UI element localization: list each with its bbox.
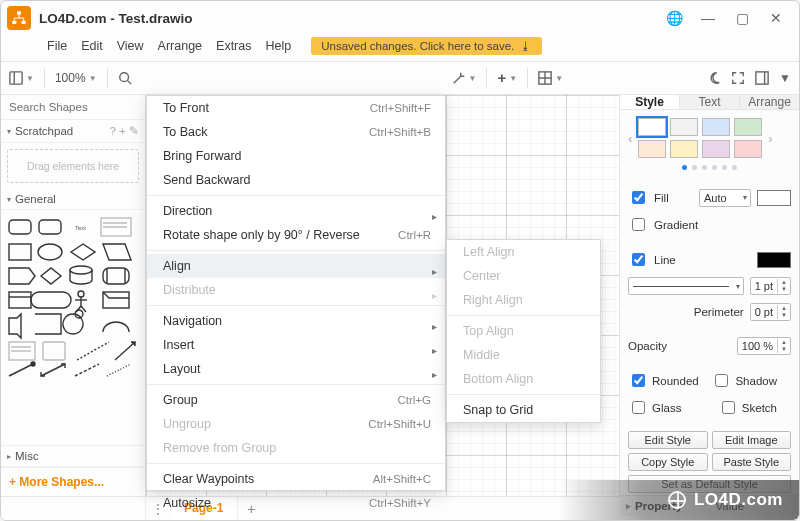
arrange-menu: To FrontCtrl+Shift+FTo BackCtrl+Shift+BB… xyxy=(146,95,446,491)
swatch[interactable] xyxy=(734,118,762,136)
swatch[interactable] xyxy=(670,140,698,158)
misc-header[interactable]: ▸Misc xyxy=(1,445,145,467)
shape-palette[interactable]: Text xyxy=(1,210,145,445)
perimeter-field[interactable]: 0 pt▲▼ xyxy=(750,303,791,321)
swatch[interactable] xyxy=(702,118,730,136)
line-width-field[interactable]: 1 pt▲▼ xyxy=(750,277,791,295)
menu-help[interactable]: Help xyxy=(266,39,292,53)
line-color-button[interactable] xyxy=(757,252,791,268)
tab-style[interactable]: Style xyxy=(620,95,680,109)
scratchpad-add-icon[interactable]: + xyxy=(119,125,126,137)
fill-mode-select[interactable]: Auto xyxy=(699,189,751,207)
fullscreen-icon[interactable] xyxy=(731,71,745,85)
rounded-checkbox[interactable] xyxy=(632,374,645,387)
format-tabs: Style Text Arrange xyxy=(620,95,799,110)
menu-item[interactable]: Clear WaypointsAlt+Shift+C xyxy=(147,467,445,491)
menu-item[interactable]: To FrontCtrl+Shift+F xyxy=(147,96,445,120)
menu-edit[interactable]: Edit xyxy=(81,39,103,53)
line-checkbox[interactable] xyxy=(632,253,645,266)
sketch-checkbox[interactable] xyxy=(722,401,735,414)
menu-item[interactable]: Insert xyxy=(147,333,445,357)
grid-icon xyxy=(538,71,552,85)
menu-item[interactable]: GroupCtrl+G xyxy=(147,388,445,412)
menu-item[interactable]: Navigation xyxy=(147,309,445,333)
svg-rect-1 xyxy=(12,21,16,24)
format-panel-icon[interactable] xyxy=(755,71,769,85)
paste-style-button[interactable]: Paste Style xyxy=(712,453,792,471)
svg-rect-26 xyxy=(9,292,31,308)
svg-line-38 xyxy=(77,342,109,360)
waypoint-button[interactable]: ▼ xyxy=(452,71,477,85)
insert-button[interactable]: +▼ xyxy=(497,72,517,84)
scratchpad-header[interactable]: ▾Scratchpad ? + ✎ xyxy=(1,120,145,143)
swatch-prev[interactable]: ‹ xyxy=(626,131,634,146)
magnifier-icon xyxy=(118,71,132,85)
more-shapes-button[interactable]: + More Shapes... xyxy=(1,467,145,496)
menu-item[interactable]: To BackCtrl+Shift+B xyxy=(147,120,445,144)
unsaved-banner[interactable]: Unsaved changes. Click here to save. ⭳ xyxy=(311,37,542,55)
shadow-checkbox[interactable] xyxy=(715,374,728,387)
fill-color-button[interactable] xyxy=(757,190,791,206)
menu-item[interactable]: Bring Forward xyxy=(147,144,445,168)
zoom-dropdown[interactable]: 100%▼ xyxy=(55,71,97,85)
menu-item[interactable]: Snap to Grid xyxy=(447,398,600,422)
minimize-button[interactable]: — xyxy=(691,5,725,31)
menu-view[interactable]: View xyxy=(117,39,144,53)
menu-file[interactable]: File xyxy=(47,39,67,53)
toolbar-overflow[interactable]: ▼ xyxy=(779,71,791,85)
tab-text[interactable]: Text xyxy=(680,95,740,109)
svg-line-6 xyxy=(127,81,131,85)
edit-image-button[interactable]: Edit Image xyxy=(712,431,792,449)
format-panel: Style Text Arrange ‹ › Fill Auto xyxy=(619,95,799,496)
menu-item[interactable]: AutosizeCtrl+Shift+Y xyxy=(147,491,445,515)
menu-item[interactable]: Align xyxy=(147,254,445,278)
glass-checkbox[interactable] xyxy=(632,401,645,414)
menu-item: Right Align xyxy=(447,288,600,312)
opacity-field[interactable]: 100 %▲▼ xyxy=(737,337,791,355)
close-button[interactable]: ✕ xyxy=(759,5,793,31)
gradient-checkbox[interactable] xyxy=(632,218,645,231)
line-style-select[interactable] xyxy=(628,277,744,295)
watermark: LO4D.com xyxy=(559,480,799,520)
menu-arrange[interactable]: Arrange xyxy=(158,39,202,53)
view-mode-button[interactable]: ▼ xyxy=(9,71,34,85)
zoom-fit-button[interactable] xyxy=(118,71,132,85)
svg-rect-37 xyxy=(43,342,65,360)
search-input[interactable] xyxy=(7,100,158,114)
menu-extras[interactable]: Extras xyxy=(216,39,251,53)
menu-item[interactable]: Layout xyxy=(147,357,445,381)
svg-point-5 xyxy=(119,73,128,82)
globe-icon[interactable]: 🌐 xyxy=(657,5,691,31)
swatch[interactable] xyxy=(670,118,698,136)
swatch[interactable] xyxy=(702,140,730,158)
swatch[interactable] xyxy=(638,118,666,136)
menu-item: Remove from Group xyxy=(147,436,445,460)
scratchpad-help-icon[interactable]: ? xyxy=(109,125,115,137)
menu-item[interactable]: Rotate shape only by 90° / ReverseCtrl+R xyxy=(147,223,445,247)
svg-rect-20 xyxy=(9,244,31,260)
app-icon xyxy=(7,6,31,30)
general-header[interactable]: ▾General xyxy=(1,189,145,210)
copy-style-button[interactable]: Copy Style xyxy=(628,453,708,471)
svg-line-43 xyxy=(75,364,99,376)
svg-rect-10 xyxy=(756,72,768,84)
theme-icon[interactable] xyxy=(707,71,721,85)
menu-item[interactable]: Direction xyxy=(147,199,445,223)
maximize-button[interactable]: ▢ xyxy=(725,5,759,31)
scratchpad-edit-icon[interactable]: ✎ xyxy=(129,124,139,138)
svg-point-22 xyxy=(70,266,92,274)
line-label: Line xyxy=(654,254,676,266)
svg-point-28 xyxy=(78,291,84,297)
table-button[interactable]: ▼ xyxy=(538,71,563,85)
edit-style-button[interactable]: Edit Style xyxy=(628,431,708,449)
swatch[interactable] xyxy=(638,140,666,158)
swatch-next[interactable]: › xyxy=(766,131,774,146)
scratchpad-dropzone[interactable]: Drag elements here xyxy=(7,149,139,183)
svg-line-44 xyxy=(107,364,131,376)
tab-arrange[interactable]: Arrange xyxy=(740,95,799,109)
fill-checkbox[interactable] xyxy=(632,191,645,204)
swatch[interactable] xyxy=(734,140,762,158)
menu-item[interactable]: Send Backward xyxy=(147,168,445,192)
connector-icon xyxy=(452,71,466,85)
svg-line-42 xyxy=(41,364,65,376)
